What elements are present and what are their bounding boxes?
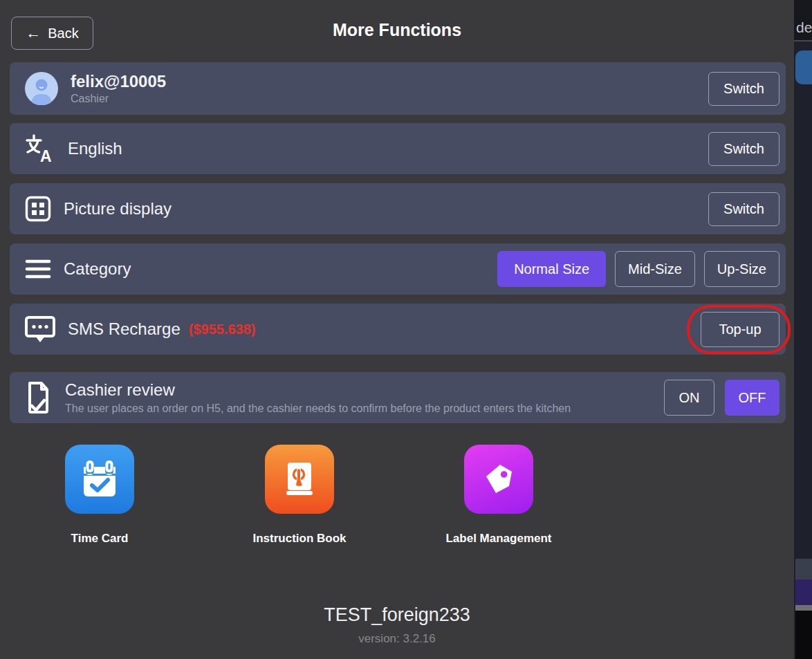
underlying-header-fragment: de <box>794 0 812 41</box>
translate-icon: A <box>25 133 55 164</box>
underlying-divider-bar <box>795 605 812 611</box>
account-info: felix@10005 Cashier <box>71 72 166 106</box>
cashier-review-text: Cashier review The user places an order … <box>65 380 571 415</box>
sms-balance: ($955.638) <box>189 322 256 337</box>
underlying-purple-fragment <box>795 579 812 605</box>
underlying-slate-fragment <box>795 559 812 579</box>
sms-recharge-row: SMS Recharge ($955.638) Top-up <box>10 304 786 355</box>
account-row: felix@10005 Cashier Switch <box>10 62 786 115</box>
switch-picture-display-button[interactable]: Switch <box>708 192 779 226</box>
underlying-black-area <box>795 611 812 659</box>
underlying-header-text: de <box>796 19 812 36</box>
instruction-book-label: Instruction Book <box>223 532 376 546</box>
instruction-book-icon <box>265 445 334 514</box>
top-up-button[interactable]: Top-up <box>701 312 779 347</box>
label-management-icon <box>464 445 533 514</box>
document-check-icon <box>25 382 53 414</box>
underlying-blue-button-fragment[interactable] <box>795 50 812 84</box>
label-management-label: Label Management <box>423 532 575 546</box>
label-management-app[interactable]: Label Management <box>464 445 533 514</box>
more-functions-panel: ← Back More Functions felix@10005 Cashie… <box>0 0 794 659</box>
time-card-icon <box>65 445 134 514</box>
size-option-mid[interactable]: Mid-Size <box>615 251 695 287</box>
cashier-review-description: The user places an order on H5, and the … <box>65 402 571 415</box>
picture-display-row: Picture display Switch <box>10 183 786 234</box>
underlying-app-edge: de <box>794 0 812 659</box>
time-card-label: Time Card <box>24 532 176 546</box>
switch-language-button[interactable]: Switch <box>708 132 779 166</box>
cashier-review-off-button[interactable]: OFF <box>725 380 779 416</box>
picture-display-label: Picture display <box>64 199 172 219</box>
grid-icon <box>25 196 51 222</box>
avatar <box>25 72 58 105</box>
category-row: Category Normal Size Mid-Size Up-Size <box>10 243 786 295</box>
cashier-review-label: Cashier review <box>65 380 571 400</box>
category-label: Category <box>64 259 131 279</box>
cashier-review-row: Cashier review The user places an order … <box>10 372 786 423</box>
category-size-options: Normal Size Mid-Size Up-Size <box>497 251 779 287</box>
time-card-app[interactable]: Time Card <box>65 445 134 514</box>
switch-account-button[interactable]: Switch <box>708 72 779 106</box>
account-name: felix@10005 <box>71 72 166 91</box>
language-label: English <box>68 139 122 158</box>
account-role: Cashier <box>71 92 166 105</box>
version-text: version: 3.2.16 <box>0 632 794 646</box>
sms-recharge-label: SMS Recharge <box>68 319 181 339</box>
cashier-review-on-button[interactable]: ON <box>664 380 714 416</box>
store-name: TEST_foreign233 <box>0 604 794 626</box>
size-option-up[interactable]: Up-Size <box>704 251 779 287</box>
svg-text:A: A <box>40 147 52 164</box>
sms-bubble-icon <box>25 315 55 344</box>
menu-lines-icon <box>25 259 51 279</box>
size-option-normal[interactable]: Normal Size <box>497 251 606 287</box>
page-title: More Functions <box>0 20 794 40</box>
language-row: A English Switch <box>10 123 786 174</box>
instruction-book-app[interactable]: Instruction Book <box>265 445 334 514</box>
